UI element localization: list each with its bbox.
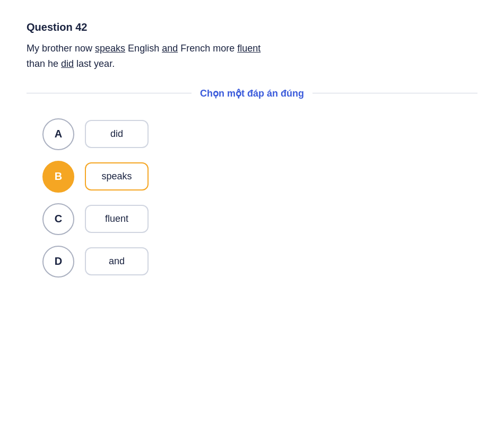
option-box-c[interactable]: fluent <box>85 205 149 233</box>
option-box-a[interactable]: did <box>85 120 149 148</box>
option-row-c[interactable]: C fluent <box>42 203 477 235</box>
option-label-b: B <box>55 170 62 183</box>
underline-fluent: fluent <box>237 43 260 54</box>
option-box-d[interactable]: and <box>85 247 149 275</box>
underline-speaks: speaks <box>95 43 125 54</box>
option-circle-b[interactable]: B <box>42 161 74 193</box>
divider-label: Chọn một đáp án đúng <box>200 88 304 99</box>
option-text-a: did <box>110 128 123 140</box>
option-circle-c[interactable]: C <box>42 203 74 235</box>
question-text: My brother now speaks English and French… <box>27 41 477 72</box>
option-label-a: A <box>55 128 62 140</box>
option-text-b: speaks <box>101 171 132 182</box>
option-text-d: and <box>109 256 125 267</box>
question-title: Question 42 <box>27 21 477 33</box>
option-circle-a[interactable]: A <box>42 118 74 150</box>
option-text-c: fluent <box>105 213 128 224</box>
underline-and: and <box>162 43 178 54</box>
option-row-b[interactable]: B speaks <box>42 161 477 193</box>
options-list: A did B speaks C fluent <box>27 118 477 278</box>
divider-right <box>312 93 477 93</box>
option-label-c: C <box>55 213 62 225</box>
option-row-d[interactable]: D and <box>42 246 477 278</box>
option-row-a[interactable]: A did <box>42 118 477 150</box>
option-box-b[interactable]: speaks <box>85 162 149 190</box>
underline-did: did <box>61 58 74 69</box>
option-circle-d[interactable]: D <box>42 246 74 278</box>
question-container: Question 42 My brother now speaks Englis… <box>27 21 477 278</box>
divider-left <box>27 93 192 93</box>
divider-row: Chọn một đáp án đúng <box>27 88 477 99</box>
option-label-d: D <box>55 255 62 267</box>
